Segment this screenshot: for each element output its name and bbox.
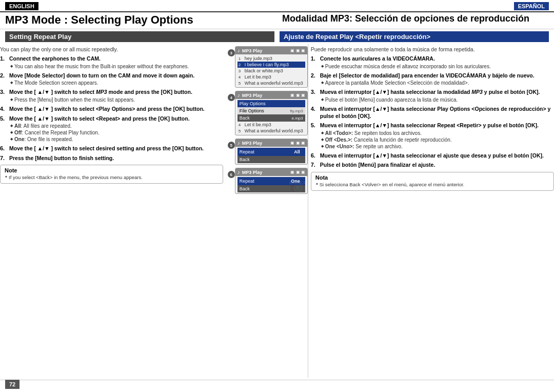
device-6: ♪ MP3 Play ▣ ▣ ▣ RepeatOne Back 📷 bbox=[235, 168, 308, 194]
step-text: Baje el [Selector de modalidad] para enc… bbox=[320, 72, 554, 80]
step-en-4: 4. Move the [ ▲/▼ ] switch to select <Pl… bbox=[0, 106, 223, 113]
step-text: Mueva el interruptor [▲/▼] hasta selecci… bbox=[320, 122, 554, 129]
devices-column: 3 ♪ MP3 Play ▣ ▣ ▣ 1 hey jude.mp3 2 I be… bbox=[226, 44, 308, 378]
step-es-6: 6. Mueva el interruptor [▲/▼] hasta sele… bbox=[311, 152, 554, 160]
step-subs: Puede escuchar música desde el altavoz i… bbox=[311, 63, 554, 70]
note-item: Si selecciona Back <Volver> en el menú, … bbox=[315, 182, 549, 187]
list-item: 4 Let it be.mp3 bbox=[238, 122, 305, 128]
menu-item: File Optionsfly.mp3 bbox=[238, 107, 305, 114]
step-text: Move the [ ▲/▼ ] switch to select desire… bbox=[9, 145, 223, 152]
list-item: 5 What a wonderful world.mp3 bbox=[238, 128, 305, 134]
device-5-header: ♪ MP3 Play ▣ ▣ ▣ bbox=[235, 139, 307, 147]
step-en-6: 6. Move the [ ▲/▼ ] switch to select des… bbox=[0, 145, 223, 152]
device-4-badge: 4 bbox=[228, 94, 235, 101]
step-text: Mueva el interruptor [▲/▼] hasta selecci… bbox=[320, 89, 554, 96]
repeat-all-badge: All bbox=[291, 149, 303, 155]
step-text: Conecte los auriculares a la VIDEOCÁMARA… bbox=[320, 55, 554, 63]
step-num: 3. bbox=[0, 89, 7, 96]
step-subs: You can also hear the music from the Bui… bbox=[0, 63, 223, 70]
step-text: Mueva el interruptor [▲/▼] hasta selecci… bbox=[320, 152, 554, 160]
step-num: 7. bbox=[0, 155, 7, 162]
device-3-wrapper: 3 ♪ MP3 Play ▣ ▣ ▣ 1 hey jude.mp3 2 I be… bbox=[235, 46, 308, 88]
step-num: 3. bbox=[311, 89, 318, 96]
music-icon: ♪ bbox=[238, 169, 240, 175]
step-en-2: 2. Move [Mode Selector] down to turn on … bbox=[0, 72, 223, 87]
note-box-es: Nota Si selecciona Back <Volver> en el m… bbox=[311, 172, 554, 191]
device-3-body: 1 hey jude.mp3 2 I believe I can fly.mp3… bbox=[235, 54, 307, 87]
section-header-en: Setting Repeat Play bbox=[5, 31, 274, 42]
step-num: 4. bbox=[0, 106, 7, 113]
list-item: 3 black or white.mp3 bbox=[238, 68, 305, 74]
step-subs: Press the [Menu] button when the music l… bbox=[0, 96, 223, 103]
step-en-7: 7. Press the [Menu] button to finish set… bbox=[0, 155, 223, 162]
step-text: Press the [Menu] button to finish settin… bbox=[9, 155, 223, 162]
step-es-3: 3. Mueva el interruptor [▲/▼] hasta sele… bbox=[311, 89, 554, 103]
footer: 72 bbox=[0, 380, 554, 392]
device-4-body: Play Options File Optionsfly.mp3 Backe.m… bbox=[235, 99, 307, 135]
device-4-wrapper: 4 ♪ MP3 Play ▣ ▣ ▣ Play Options File Opt… bbox=[235, 91, 308, 135]
status-icons: ▣ ▣ ▣ bbox=[290, 141, 305, 145]
step-num: 1. bbox=[0, 55, 7, 63]
header: ENGLISH ESPAÑOL bbox=[0, 0, 554, 12]
menu-item-back: Back bbox=[238, 156, 305, 163]
music-icon: ♪ bbox=[238, 48, 240, 53]
title-row: MP3 Mode : Selecting Play Options Modali… bbox=[0, 12, 554, 29]
step-num: 6. bbox=[311, 152, 318, 160]
note-box-en: Note If you select <Back> in the menu, t… bbox=[0, 165, 223, 184]
list-item: 1 hey jude.mp3 bbox=[238, 55, 305, 62]
step-num: 1. bbox=[311, 55, 318, 63]
device-5: ♪ MP3 Play ▣ ▣ ▣ RepeatAll Back bbox=[235, 139, 308, 165]
step-sub-item: Aparece la pantalla Mode Selection <Sele… bbox=[321, 80, 554, 86]
step-sub-item: You can also hear the music from the Bui… bbox=[10, 63, 223, 70]
step-sub-item: Pulse el botón [Menú] cuando aparezca la… bbox=[321, 96, 554, 103]
step-num: 2. bbox=[0, 72, 7, 80]
english-badge: ENGLISH bbox=[5, 2, 38, 10]
step-num: 2. bbox=[311, 72, 318, 80]
espanol-badge: ESPAÑOL bbox=[514, 2, 549, 10]
step-sub-item: One: One file is repeated. bbox=[10, 136, 223, 143]
device-5-body: RepeatAll Back bbox=[235, 147, 307, 164]
device-header-label: MP3 Play bbox=[242, 141, 289, 146]
step-text: Connect the earphones to the CAM. bbox=[9, 55, 223, 63]
page-number: 72 bbox=[5, 380, 19, 389]
step-en-5: 5. Move the [ ▲/▼ ] switch to select <Re… bbox=[0, 115, 223, 143]
list-item: 5 What a wonderful world.mp3 bbox=[238, 80, 305, 86]
content-row: You can play the only one or all music r… bbox=[0, 44, 554, 378]
device-header-label: MP3 Play bbox=[242, 48, 289, 53]
device-header-label: MP3 Play bbox=[242, 93, 289, 98]
step-sub-item: One <Uno>: Se repite un archivo. bbox=[321, 143, 554, 150]
device-4: ♪ MP3 Play ▣ ▣ ▣ Play Options File Optio… bbox=[235, 91, 308, 135]
step-sub-item: All: All files are repeated. bbox=[10, 123, 223, 129]
list-item: 4 Let it be.mp3 bbox=[238, 74, 305, 80]
step-num: 7. bbox=[311, 162, 318, 169]
step-text: Move the [ ▲/▼ ] switch to select <Repea… bbox=[9, 115, 223, 123]
step-subs: Aparece la pantalla Mode Selection <Sele… bbox=[311, 80, 554, 86]
step-sub-item: Puede escuchar música desde el altavoz i… bbox=[321, 63, 554, 70]
device-6-header: ♪ MP3 Play ▣ ▣ ▣ bbox=[235, 168, 307, 176]
device-5-wrapper: 5 ♪ MP3 Play ▣ ▣ ▣ RepeatAll Back bbox=[235, 139, 308, 165]
step-text: Move the [ ▲/▼ ] switch to select <Play … bbox=[9, 106, 223, 113]
step-sub-item: Off <Des.>: Cancela la función de repeti… bbox=[321, 136, 554, 143]
section-header-es: Ajuste de Repeat Play <Repetir reproducc… bbox=[280, 31, 549, 42]
step-es-5: 5. Mueva el interruptor [▲/▼] hasta sele… bbox=[311, 122, 554, 150]
step-num: 4. bbox=[311, 106, 318, 120]
note-content: If you select <Back> in the menu, the pr… bbox=[5, 174, 219, 180]
step-sub-item: All <Todo>: Se repiten todos los archivo… bbox=[321, 130, 554, 136]
device-header-label: MP3 Play bbox=[242, 170, 289, 175]
status-icons: ▣ ▣ ▣ bbox=[290, 93, 305, 97]
intro-en: You can play the only one or all music r… bbox=[0, 46, 223, 52]
step-sub-item: Off: Cancel the Repeat Play function. bbox=[10, 129, 223, 136]
step-text: Pulse el botón [Menú] para finalizar el … bbox=[320, 162, 554, 169]
title-right: Modalidad MP3: Selección de opciones de … bbox=[272, 13, 549, 27]
step-en-3: 3. Move the [ ▲/▼ ] switch to select MP3… bbox=[0, 89, 223, 103]
note-title: Note bbox=[5, 167, 219, 173]
status-icons: ▣ ▣ ▣ bbox=[290, 170, 305, 174]
note-content-es: Si selecciona Back <Volver> en el menú, … bbox=[315, 182, 549, 187]
step-sub-item: The Mode Selection screen appears. bbox=[10, 80, 223, 86]
step-num: 6. bbox=[0, 145, 7, 152]
music-icon: ♪ bbox=[238, 92, 240, 98]
camera-watermark: 📷 bbox=[288, 178, 306, 192]
step-subs: Pulse el botón [Menú] cuando aparezca la… bbox=[311, 96, 554, 103]
list-item: 2 I believe I can fly.mp3 bbox=[238, 62, 305, 68]
step-es-2: 2. Baje el [Selector de modalidad] para … bbox=[311, 72, 554, 87]
